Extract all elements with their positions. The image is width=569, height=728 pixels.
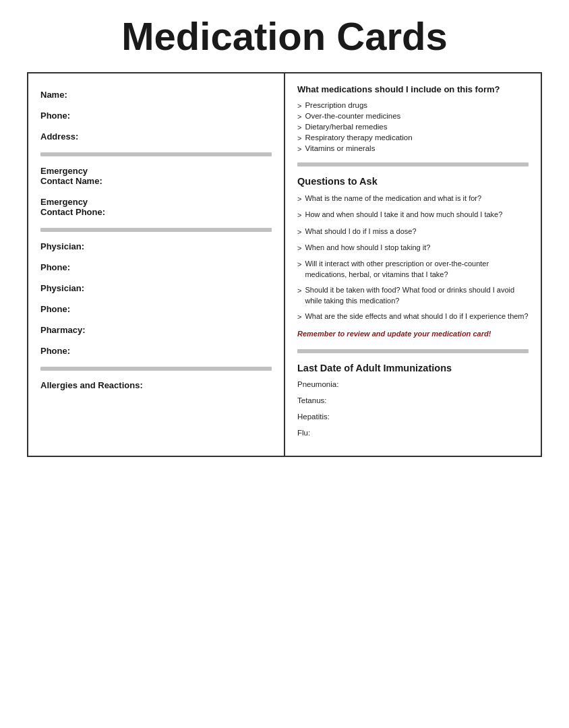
arrow-icon: > xyxy=(297,102,301,110)
arrow-icon: > xyxy=(297,123,301,131)
arrow-icon: > xyxy=(297,227,301,237)
reminder-text: Remember to review and update your medic… xyxy=(297,329,529,339)
question-item: > Will it interact with other prescripti… xyxy=(297,259,529,280)
physician2-label: Physician: xyxy=(40,283,272,293)
hepatitis-label: Hepatitis: xyxy=(297,413,529,421)
name-label: Name: xyxy=(40,90,272,100)
left-card: Name: Phone: Address: Emergency Contact … xyxy=(28,73,285,456)
cards-container: Name: Phone: Address: Emergency Contact … xyxy=(27,72,542,457)
questions-title: Questions to Ask xyxy=(297,176,529,187)
arrow-icon: > xyxy=(297,194,301,204)
tetanus-label: Tetanus: xyxy=(297,396,529,404)
divider-right-1 xyxy=(297,162,529,166)
list-item-text: Dietary/herbal remedies xyxy=(305,123,387,131)
emergency-contact-name-label: Emergency Contact Name: xyxy=(40,166,272,186)
question-item: > When and how should I stop taking it? xyxy=(297,243,529,253)
question-text: Should it be taken with food? What food … xyxy=(305,285,529,306)
what-medications-title: What medications should I include on thi… xyxy=(297,84,529,96)
physician1-label: Physician: xyxy=(40,241,272,251)
question-text: What is the name of the medication and w… xyxy=(305,193,481,204)
divider-1 xyxy=(40,152,272,156)
arrow-icon: > xyxy=(297,210,301,220)
arrow-icon: > xyxy=(297,286,301,306)
list-item: > Dietary/herbal remedies xyxy=(297,123,529,131)
address-label: Address: xyxy=(40,131,272,142)
right-card: What medications should I include on thi… xyxy=(285,73,541,456)
arrow-icon: > xyxy=(297,312,301,322)
question-item: > What should I do if I miss a dose? xyxy=(297,226,529,237)
flu-label: Flu: xyxy=(297,429,529,437)
list-item: > Prescription drugs xyxy=(297,101,529,110)
list-item-text: Vitamins or minerals xyxy=(305,144,375,153)
arrow-icon: > xyxy=(297,260,301,280)
physician2-phone-label: Phone: xyxy=(40,304,272,314)
list-item-text: Over-the-counter medicines xyxy=(305,112,400,121)
list-item: > Respiratory therapy medication xyxy=(297,133,529,142)
question-text: What should I do if I miss a dose? xyxy=(305,226,416,237)
physician1-phone-label: Phone: xyxy=(40,262,272,272)
list-item-text: Prescription drugs xyxy=(305,101,367,110)
allergies-label: Allergies and Reactions: xyxy=(40,380,272,390)
question-item: > What is the name of the medication and… xyxy=(297,193,529,204)
what-medications-list: > Prescription drugs > Over-the-counter … xyxy=(297,101,529,153)
pharmacy-label: Pharmacy: xyxy=(40,325,272,335)
immunizations-title: Last Date of Adult Immunizations xyxy=(297,363,529,373)
question-text: When and how should I stop taking it? xyxy=(305,243,430,253)
arrow-icon: > xyxy=(297,113,301,121)
emergency-contact-phone-label: Emergency Contact Phone: xyxy=(40,197,272,217)
pneumonia-label: Pneumonia: xyxy=(297,380,529,388)
divider-3 xyxy=(40,367,272,371)
question-text: What are the side effects and what shoul… xyxy=(305,311,528,322)
question-text: Will it interact with other prescription… xyxy=(305,259,529,280)
questions-section: Questions to Ask > What is the name of t… xyxy=(297,176,529,340)
what-medications-section: What medications should I include on thi… xyxy=(297,84,529,153)
arrow-icon: > xyxy=(297,243,301,253)
question-item: > Should it be taken with food? What foo… xyxy=(297,285,529,306)
question-item: > What are the side effects and what sho… xyxy=(297,311,529,322)
arrow-icon: > xyxy=(297,134,301,142)
list-item-text: Respiratory therapy medication xyxy=(305,133,412,142)
divider-right-2 xyxy=(297,349,529,353)
immunizations-section: Last Date of Adult Immunizations Pneumon… xyxy=(297,363,529,437)
question-text: How and when should I take it and how mu… xyxy=(305,210,502,220)
list-item: > Over-the-counter medicines xyxy=(297,112,529,121)
list-item: > Vitamins or minerals xyxy=(297,144,529,153)
divider-2 xyxy=(40,228,272,232)
phone-label: Phone: xyxy=(40,111,272,121)
question-item: > How and when should I take it and how … xyxy=(297,210,529,220)
pharmacy-phone-label: Phone: xyxy=(40,346,272,356)
arrow-icon: > xyxy=(297,145,301,153)
page-title: Medication Cards xyxy=(27,13,542,59)
